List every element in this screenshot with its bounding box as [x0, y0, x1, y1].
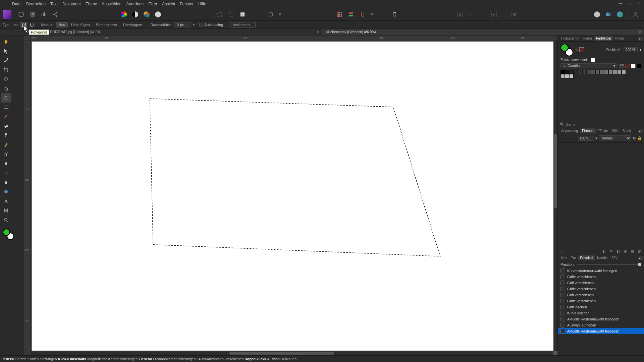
tab-farbfelder[interactable]: Farbfelder: [594, 36, 613, 41]
autowhitebalance-icon[interactable]: [154, 10, 162, 19]
swatch-0[interactable]: [560, 70, 565, 74]
arrange-forward-icon[interactable]: ›: [478, 10, 487, 19]
layer-delete-icon[interactable]: 🗑: [637, 248, 642, 254]
swatch-10[interactable]: [604, 70, 608, 74]
history-item[interactable]: Aktuelle Rasterauswahl festlegen: [558, 316, 644, 322]
mode-neu-button[interactable]: Neu: [56, 22, 68, 27]
history-panel-menu-icon[interactable]: ▸: [639, 256, 643, 260]
arrange-back-icon[interactable]: ◄: [455, 10, 464, 19]
menu-ebene[interactable]: Ebene: [86, 2, 97, 6]
history-list[interactable]: Kurvenknotenauswahl festlegenGriffe vers…: [558, 268, 644, 355]
shape-tool[interactable]: [1, 187, 11, 196]
tab-kanaele[interactable]: Kanäle: [595, 256, 609, 260]
history-slider-knob[interactable]: [638, 263, 641, 266]
smudge-tool[interactable]: [1, 168, 11, 178]
autocontrast-icon[interactable]: [131, 10, 140, 19]
history-item[interactable]: Auswahl aufheben: [558, 322, 644, 328]
menu-datei[interactable]: Datei: [12, 2, 21, 6]
history-item[interactable]: Kurvenknotenauswahl festlegen: [558, 268, 644, 274]
minimize-button[interactable]: —: [616, 0, 625, 6]
palette-view1-icon[interactable]: [620, 64, 624, 68]
mode-hinzufuegen-button[interactable]: Hinzufügen: [68, 22, 93, 27]
horizontal-scrollbar[interactable]: [31, 351, 553, 355]
swatch-13[interactable]: [617, 70, 622, 74]
swatch-8[interactable]: [595, 70, 600, 74]
layers-panel-menu-icon[interactable]: ▸: [639, 129, 643, 133]
cloud-1-icon[interactable]: [593, 10, 601, 19]
swatch-3[interactable]: [574, 70, 578, 74]
snap-dropdown-icon[interactable]: ▾: [370, 10, 374, 19]
mesh-warp-tool[interactable]: [1, 206, 11, 215]
color-picker-tool[interactable]: [1, 56, 11, 65]
type-freehand-icon[interactable]: [12, 22, 19, 28]
layer-mask-icon[interactable]: ▭: [560, 248, 565, 254]
antialiasing-label[interactable]: Antialiasing: [204, 23, 223, 27]
panel-menu-icon[interactable]: ▸: [639, 37, 643, 41]
randschaerfe-dropdown-icon[interactable]: ▾: [191, 22, 197, 27]
freehand-selection-tool[interactable]: [1, 93, 11, 103]
tab-anpassung[interactable]: Anpassung: [559, 129, 580, 133]
close-button[interactable]: ✕: [635, 0, 644, 6]
document-tab-2[interactable]: <Unbenannt> [Geändert] (86.9%) ×: [322, 29, 644, 35]
opacity-field[interactable]: 100 %: [624, 47, 638, 52]
history-item[interactable]: Griffe verschieben: [558, 298, 644, 304]
crop-dropdown-icon[interactable]: ▾: [278, 10, 282, 19]
vscroll-thumb[interactable]: [554, 134, 557, 208]
layer-gear-icon[interactable]: ⚙: [633, 136, 636, 140]
tab-1-close-icon[interactable]: ×: [317, 30, 319, 35]
opacity-dropdown-icon[interactable]: ▾: [640, 48, 641, 52]
ruler-vertical[interactable]: 50 100 150 200: [24, 41, 31, 355]
tab-nav[interactable]: Nav: [559, 256, 569, 260]
verfeinern-button[interactable]: Verfeinern...: [230, 22, 255, 27]
palette-view4-icon[interactable]: [637, 64, 641, 68]
menu-bearbeiten[interactable]: Bearbeiten: [26, 2, 46, 6]
autolevels-icon[interactable]: [142, 10, 151, 19]
swatch-search-input[interactable]: [566, 123, 642, 126]
tab-32v[interactable]: 32V: [609, 256, 620, 260]
move-tool[interactable]: [1, 46, 11, 56]
swatch-15[interactable]: [560, 74, 565, 78]
layer-opacity-field[interactable]: [578, 136, 594, 141]
inpaint-tool[interactable]: [1, 140, 11, 149]
account-icon[interactable]: [631, 10, 640, 19]
history-position-slider[interactable]: [577, 264, 641, 265]
clone-tool[interactable]: [1, 131, 11, 140]
mode-subtrahieren-button[interactable]: Subtrahieren: [93, 22, 120, 27]
layer-crop-icon[interactable]: ◧: [615, 248, 621, 254]
swatch-2[interactable]: [569, 70, 574, 74]
history-item[interactable]: Griffe verschieben: [558, 274, 644, 280]
hand-tool[interactable]: ✋: [1, 37, 11, 46]
history-item[interactable]: Griff verschieben: [558, 292, 644, 298]
erase-brush-tool[interactable]: [1, 121, 11, 131]
menu-text[interactable]: Text: [50, 2, 58, 6]
palette-view3-icon[interactable]: [631, 64, 636, 68]
vertical-scrollbar[interactable]: [553, 41, 557, 351]
type-polygonal-icon[interactable]: [20, 22, 27, 28]
hscroll-thumb[interactable]: [229, 352, 334, 355]
color-well[interactable]: [3, 229, 16, 241]
selection-brush-tool[interactable]: [1, 74, 11, 84]
eyedropper-icon[interactable]: ✎: [575, 48, 578, 52]
menu-ansicht[interactable]: Ansicht: [162, 2, 175, 6]
type-magnetic-icon[interactable]: [29, 22, 35, 28]
blur-tool[interactable]: [1, 159, 11, 168]
history-item[interactable]: Griff löschen: [558, 304, 644, 310]
tab-pinsel[interactable]: Pinsel: [613, 37, 627, 40]
menu-fenster[interactable]: Fenster: [180, 2, 194, 6]
layers-list[interactable]: [558, 143, 644, 247]
palette-dropdown[interactable]: ▲ Grautöne ▾: [560, 63, 618, 68]
swatch-12[interactable]: [613, 70, 617, 74]
history-item[interactable]: Griff verschieben: [558, 280, 644, 286]
tab-histogramm[interactable]: Histogramm: [559, 37, 581, 40]
autocolor-icon[interactable]: [119, 10, 128, 19]
randschaerfe-field[interactable]: 0 px: [174, 22, 191, 27]
swatch-11[interactable]: [608, 70, 613, 74]
assistant-icon[interactable]: [390, 10, 399, 19]
pen-tool[interactable]: [1, 178, 11, 187]
mode-ueberlappen-button[interactable]: Überlappen: [120, 22, 145, 27]
tab-farbe[interactable]: Farbe: [581, 37, 594, 40]
swatch-7[interactable]: [591, 70, 595, 74]
foreground-color[interactable]: [3, 229, 10, 236]
layer-lock-icon[interactable]: 🔒: [637, 136, 642, 140]
selection-show-icon[interactable]: [215, 10, 224, 19]
